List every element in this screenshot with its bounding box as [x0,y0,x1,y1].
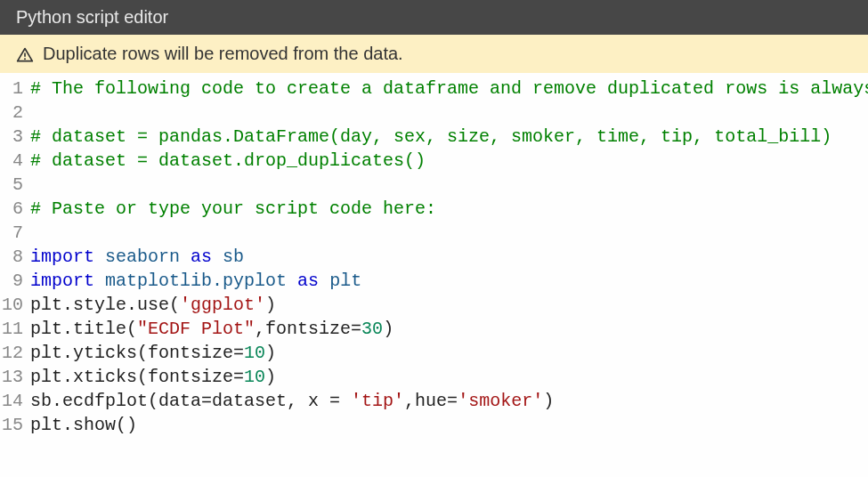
paren: ) [126,415,137,435]
code-line: 14 sb.ecdfplot(data=dataset, x = 'tip',h… [0,389,868,413]
line-number: 12 [0,341,30,365]
call-target: plt.title [30,319,126,339]
module-alias: plt [329,271,361,291]
args: data=dataset, x = [158,391,351,411]
number: 10 [244,367,265,387]
string-literal: 'tip' [351,391,404,411]
warning-triangle-icon [16,44,34,64]
code-editor[interactable]: 1 # The following code to create a dataf… [0,73,868,437]
string-literal: 'smoker' [458,391,543,411]
editor-title: Python script editor [16,7,168,27]
paren: ) [265,295,276,315]
paren: ( [116,415,126,435]
comment: # dataset = pandas.DataFrame(day, sex, s… [30,126,831,147]
line-number: 8 [0,245,30,269]
paren: ( [148,391,158,411]
number: 30 [361,319,383,339]
kwarg: ,fontsize= [255,319,361,339]
line-number: 15 [0,413,30,437]
code-line: 1 # The following code to create a dataf… [0,77,868,101]
paren: ) [543,391,554,411]
line-number: 6 [0,197,30,221]
code-line: 10 plt.style.use('ggplot') [0,293,868,317]
kwarg: fontsize= [148,367,244,387]
comment: # The following code to create a datafra… [30,78,868,99]
paren: ( [126,319,137,339]
code-line: 11 plt.title("ECDF Plot",fontsize=30) [0,317,868,341]
kwarg: ,hue= [404,391,458,411]
paren: ( [169,295,180,315]
svg-point-1 [24,58,26,60]
string-literal: "ECDF Plot" [137,319,255,339]
comment: # Paste or type your script code here: [30,198,436,219]
line-number: 9 [0,269,30,293]
line-number: 2 [0,101,30,125]
keyword-import: import [30,271,94,291]
code-line: 4 # dataset = dataset.drop_duplicates() [0,149,868,173]
code-line: 9 import matplotlib.pyplot as plt [0,269,868,293]
code-line: 13 plt.xticks(fontsize=10) [0,365,868,389]
keyword-as: as [191,247,212,267]
code-line: 12 plt.yticks(fontsize=10) [0,341,868,365]
module-name: seaborn [105,247,180,267]
keyword-import: import [30,247,94,267]
code-line: 15 plt.show() [0,413,868,437]
call-target: plt.style.use [30,295,169,315]
line-number: 5 [0,173,30,197]
code-line: 2 [0,101,868,125]
comment: # dataset = dataset.drop_duplicates() [30,150,426,171]
string-literal: 'ggplot' [180,295,265,315]
paren: ) [265,367,276,387]
line-number: 4 [0,149,30,173]
number: 10 [244,343,265,363]
code-line: 6 # Paste or type your script code here: [0,197,868,221]
call-target: plt.show [30,415,116,435]
code-line: 7 [0,221,868,245]
paren: ( [137,367,148,387]
line-number: 3 [0,125,30,149]
module-alias: sb [223,247,244,267]
paren: ( [137,343,148,363]
line-number: 10 [0,293,30,317]
line-number: 1 [0,77,30,101]
paren: ) [383,319,393,339]
call-target: sb.ecdfplot [30,391,148,411]
code-line: 5 [0,173,868,197]
line-number: 14 [0,389,30,413]
warning-text: Duplicate rows will be removed from the … [43,44,403,64]
line-number: 11 [0,317,30,341]
kwarg: fontsize= [148,343,244,363]
code-line: 3 # dataset = pandas.DataFrame(day, sex,… [0,125,868,149]
warning-bar: Duplicate rows will be removed from the … [0,35,868,73]
editor-header: Python script editor [0,0,868,35]
call-target: plt.xticks [30,367,137,387]
call-target: plt.yticks [30,343,137,363]
paren: ) [265,343,276,363]
line-number: 13 [0,365,30,389]
code-line: 8 import seaborn as sb [0,245,868,269]
line-number: 7 [0,221,30,245]
keyword-as: as [297,271,319,291]
module-name: matplotlib.pyplot [105,271,287,291]
